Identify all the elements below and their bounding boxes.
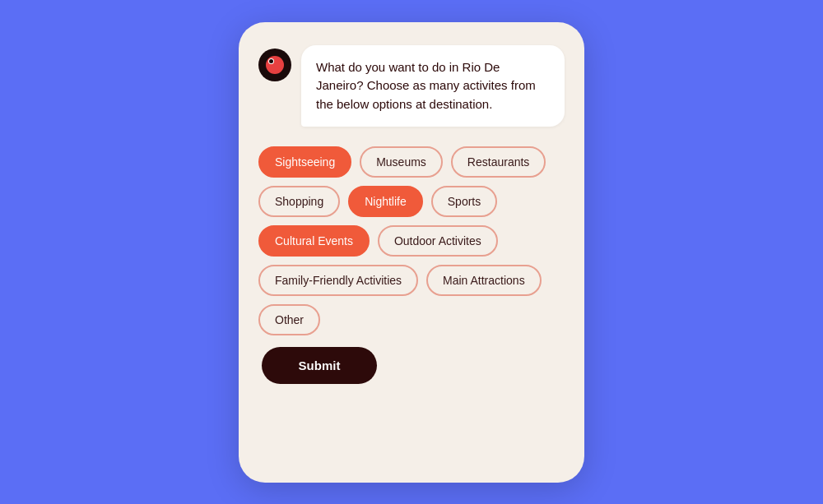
tag-cultural-events[interactable]: Cultural Events: [258, 225, 370, 257]
tags-row-1: Sightseeing Museums Restaurants: [258, 146, 565, 178]
tag-museums[interactable]: Museums: [360, 146, 443, 178]
tag-outdoor-activites[interactable]: Outdoor Activites: [378, 225, 498, 257]
tag-nightlife[interactable]: Nightlife: [348, 186, 423, 217]
tag-shopping[interactable]: Shopping: [258, 186, 340, 217]
submit-button[interactable]: Submit: [262, 347, 377, 384]
phone-container: What do you want to do in Rio De Janeiro…: [239, 22, 584, 483]
tag-family-friendly[interactable]: Family-Friendly Activities: [258, 265, 418, 296]
tag-main-attractions[interactable]: Main Attractions: [426, 265, 542, 296]
tags-row-5: Other: [258, 304, 565, 335]
tag-sightseeing[interactable]: Sightseeing: [258, 146, 351, 178]
tags-row-2: Shopping Nightlife Sports: [258, 186, 565, 217]
tag-restaurants[interactable]: Restaurants: [451, 146, 546, 178]
message-bubble: What do you want to do in Rio De Janeiro…: [301, 45, 565, 127]
avatar: [258, 49, 291, 81]
tags-row-4: Family-Friendly Activities Main Attracti…: [258, 265, 565, 296]
message-text: What do you want to do in Rio De Janeiro…: [316, 58, 550, 114]
tags-row-3: Cultural Events Outdoor Activites: [258, 225, 565, 257]
tag-sports[interactable]: Sports: [431, 186, 497, 217]
tag-other[interactable]: Other: [258, 304, 320, 335]
tags-section: Sightseeing Museums Restaurants Shopping…: [258, 146, 565, 335]
avatar-icon: [266, 56, 284, 74]
chat-section: What do you want to do in Rio De Janeiro…: [258, 45, 565, 127]
